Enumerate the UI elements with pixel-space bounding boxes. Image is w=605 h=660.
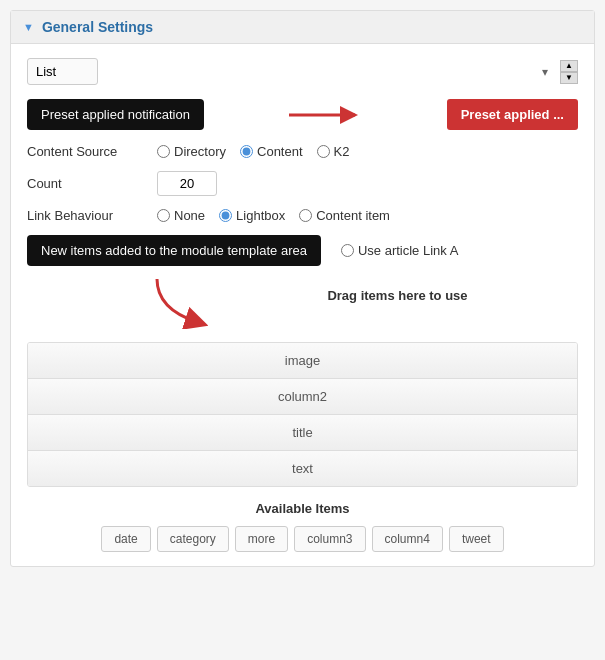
new-items-label: New items added to the module template a… (27, 235, 321, 266)
radio-none[interactable]: None (157, 208, 205, 223)
available-title: Available Items (27, 501, 578, 516)
count-input[interactable] (157, 171, 217, 196)
available-items-list: date category more column3 column4 tweet (27, 526, 578, 552)
drag-label: Drag items here to use (217, 274, 578, 303)
drag-item-column2[interactable]: column2 (28, 379, 577, 415)
stepper-down-button[interactable]: ▼ (560, 72, 578, 84)
list-dropdown-wrapper: ListGridCompact (27, 58, 556, 85)
content-source-options: Directory Content K2 (157, 144, 349, 159)
stepper-up-button[interactable]: ▲ (560, 60, 578, 72)
down-arrow-icon (147, 274, 217, 332)
available-item-column3[interactable]: column3 (294, 526, 365, 552)
arrow-area: Drag items here to use (27, 274, 578, 332)
available-item-category[interactable]: category (157, 526, 229, 552)
notification-label: Preset applied notification (27, 99, 204, 130)
available-item-tweet[interactable]: tweet (449, 526, 504, 552)
count-label: Count (27, 176, 157, 191)
panel-body: ListGridCompact ▲ ▼ Preset applied notif… (11, 44, 594, 566)
radio-k2[interactable]: K2 (317, 144, 350, 159)
general-settings-panel: ▼ General Settings ListGridCompact ▲ ▼ P… (10, 10, 595, 567)
right-arrow-icon (285, 103, 365, 127)
link-behaviour-options: None Lightbox Content item (157, 208, 390, 223)
radio-content[interactable]: Content (240, 144, 303, 159)
collapse-icon[interactable]: ▼ (23, 21, 34, 33)
content-source-row: Content Source Directory Content K2 (27, 144, 578, 159)
count-row: Count (27, 171, 578, 196)
new-items-row: New items added to the module template a… (27, 235, 578, 266)
available-item-date[interactable]: date (101, 526, 150, 552)
drag-items-area: image column2 title text (27, 342, 578, 487)
drag-item-text[interactable]: text (28, 451, 577, 486)
dropdown-stepper: ▲ ▼ (560, 60, 578, 84)
dropdown-row: ListGridCompact ▲ ▼ (27, 58, 578, 85)
preset-applied-button[interactable]: Preset applied ... (447, 99, 578, 130)
drag-item-title[interactable]: title (28, 415, 577, 451)
radio-lightbox[interactable]: Lightbox (219, 208, 285, 223)
available-section: Available Items date category more colum… (27, 501, 578, 552)
use-article-label: Use article Link A (358, 243, 458, 258)
radio-directory[interactable]: Directory (157, 144, 226, 159)
content-source-label: Content Source (27, 144, 157, 159)
link-behaviour-label: Link Behaviour (27, 208, 157, 223)
use-article-option[interactable]: Use article Link A (341, 243, 458, 258)
available-item-column4[interactable]: column4 (372, 526, 443, 552)
arrow-right-area (204, 103, 447, 127)
radio-content-item[interactable]: Content item (299, 208, 390, 223)
panel-title: General Settings (42, 19, 153, 35)
drag-item-image[interactable]: image (28, 343, 577, 379)
panel-header: ▼ General Settings (11, 11, 594, 44)
link-behaviour-row: Link Behaviour None Lightbox Content ite… (27, 208, 578, 223)
available-item-more[interactable]: more (235, 526, 288, 552)
notification-bar: Preset applied notification Preset appli… (27, 99, 578, 130)
list-dropdown[interactable]: ListGridCompact (27, 58, 98, 85)
